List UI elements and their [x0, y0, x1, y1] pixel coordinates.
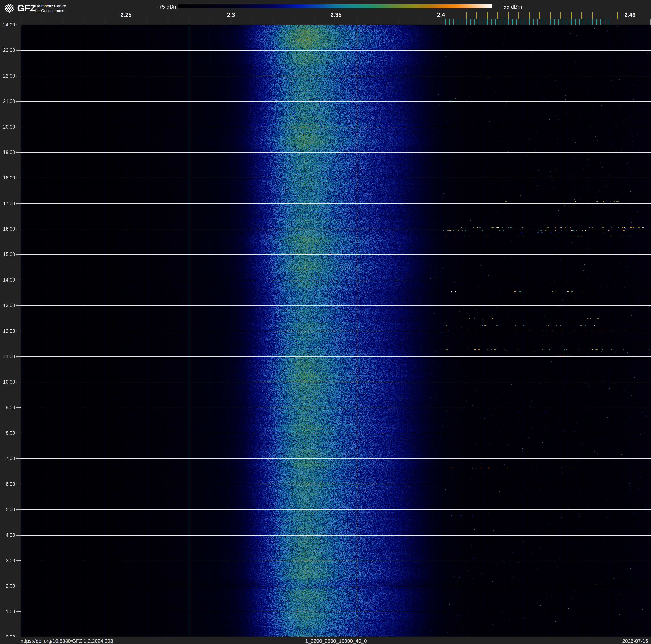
hour-tick: [17, 560, 21, 561]
bluetooth-channel-tick: [575, 19, 576, 25]
hour-label: 17:00: [0, 201, 15, 206]
bluetooth-channel-tick: [584, 19, 584, 25]
bluetooth-channel-tick: [466, 19, 467, 25]
bluetooth-channel-tick: [462, 19, 462, 25]
hour-tick: [17, 611, 21, 612]
frequency-axis: 2.252.32.352.42.49: [0, 0, 651, 25]
hour-tick: [17, 76, 21, 76]
bluetooth-channel-tick: [470, 19, 471, 25]
freq-tick: [210, 19, 210, 25]
bluetooth-channel-tick: [525, 19, 525, 25]
freq-tick: [336, 19, 336, 25]
bluetooth-channel-tick: [546, 19, 547, 25]
hour-label: 3:00: [0, 558, 15, 563]
freq-tick: [252, 19, 252, 25]
wifi-channel-tick: [571, 12, 571, 19]
hour-tick: [17, 127, 21, 127]
hour-gridline: [21, 280, 651, 281]
freq-tick: [84, 19, 84, 25]
wifi-channel-tick: [617, 12, 618, 19]
hour-label: 22:00: [0, 73, 15, 79]
hour-gridline: [21, 229, 651, 229]
hour-gridline: [21, 305, 651, 306]
hour-gridline: [21, 612, 651, 612]
freq-tick: [273, 19, 273, 25]
hour-gridline: [21, 331, 651, 331]
wifi-channel-tick: [560, 12, 561, 19]
bluetooth-channel-tick: [454, 19, 454, 25]
bluetooth-channel-tick: [449, 19, 450, 25]
bluetooth-channel-tick: [512, 19, 513, 25]
freq-tick: [21, 19, 21, 25]
doi-link[interactable]: https://doi.org/10.5880/GFZ.1.2.2024.003: [21, 638, 113, 644]
hour-gridline: [21, 101, 651, 102]
freq-axis-label: 2.4: [437, 12, 445, 18]
hour-gridline: [21, 459, 651, 459]
hour-tick: [17, 203, 21, 204]
bluetooth-channel-tick: [517, 19, 517, 25]
wifi-channel-tick: [497, 12, 498, 19]
bluetooth-channel-tick: [550, 19, 551, 25]
bluetooth-channel-tick: [491, 19, 492, 25]
hour-tick: [17, 509, 21, 510]
freq-tick: [147, 19, 147, 25]
hour-tick: [17, 50, 21, 51]
hour-label: 20:00: [0, 124, 15, 130]
bluetooth-channel-tick: [588, 19, 588, 25]
bluetooth-channel-tick: [445, 19, 445, 25]
hour-gridline: [21, 50, 651, 51]
hour-gridline: [21, 76, 651, 76]
footer: https://doi.org/10.5880/GFZ.1.2.2024.003…: [0, 637, 651, 644]
bluetooth-channel-tick: [537, 19, 538, 25]
hour-gridline: [21, 152, 651, 153]
freq-axis-label: 2.25: [121, 12, 132, 18]
hour-label: 5:00: [0, 507, 15, 513]
freq-tick: [126, 19, 126, 25]
bluetooth-channel-tick: [478, 19, 479, 25]
spectrogram-page: GFZ Helmholtz Centre for Geosciences -75…: [0, 0, 651, 644]
hour-gridline: [21, 178, 651, 178]
hour-label: 14:00: [0, 277, 15, 283]
bluetooth-channel-tick: [596, 19, 597, 25]
hour-tick: [17, 305, 21, 306]
freq-tick: [420, 19, 420, 25]
bluetooth-channel-tick: [558, 19, 559, 25]
freq-axis-label: 2.3: [227, 12, 235, 18]
bluetooth-channel-tick: [541, 19, 542, 25]
bluetooth-channel-tick: [521, 19, 521, 25]
freq-tick: [105, 19, 105, 25]
hour-tick: [17, 25, 21, 25]
hour-gridline: [21, 254, 651, 255]
freq-tick: [189, 19, 189, 25]
hour-tick: [17, 586, 21, 586]
dataset-id: 1_2200_2500_10000_40_0: [305, 638, 367, 644]
hour-label: 18:00: [0, 175, 15, 181]
hour-label: 9:00: [0, 405, 15, 410]
hour-tick: [17, 229, 21, 229]
hour-label: 10:00: [0, 379, 15, 385]
hour-label: 23:00: [0, 48, 15, 53]
plot-area: [21, 25, 651, 637]
hour-tick: [17, 280, 21, 281]
wifi-channel-tick: [519, 12, 519, 19]
bluetooth-channel-tick: [600, 19, 601, 25]
hour-label: 21:00: [0, 98, 15, 104]
freq-tick: [399, 19, 399, 25]
bluetooth-channel-tick: [554, 19, 555, 25]
bluetooth-channel-tick: [533, 19, 534, 25]
hour-tick: [17, 178, 21, 178]
hour-gridline: [21, 356, 651, 357]
hour-label: 19:00: [0, 150, 15, 155]
bluetooth-channel-tick: [504, 19, 504, 25]
hour-gridline: [21, 127, 651, 127]
hour-gridline: [21, 408, 651, 408]
freq-tick: [42, 19, 42, 25]
bluetooth-channel-tick: [458, 19, 458, 25]
hour-label: 1:00: [0, 609, 15, 615]
wifi-channel-tick: [592, 12, 593, 19]
bluetooth-channel-tick: [579, 19, 580, 25]
freq-axis-label: 2.49: [624, 12, 636, 18]
wifi-channel-tick: [487, 12, 488, 19]
wifi-channel-tick: [582, 12, 582, 19]
bluetooth-channel-tick: [592, 19, 593, 25]
